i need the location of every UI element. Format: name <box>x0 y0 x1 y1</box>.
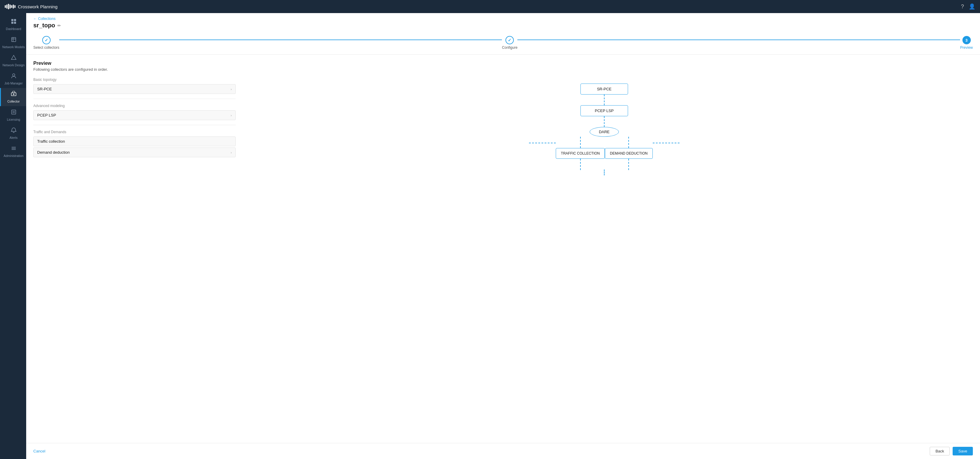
right-branch-top: DEMAND DEDUCTION <box>605 137 679 170</box>
administration-icon <box>11 145 17 153</box>
collector-label-pcep-lsp: PCEP LSP <box>37 113 56 118</box>
content-area: ← Collections sr_topo ✏ ✓ Select collect… <box>26 13 980 459</box>
sidebar-item-job-manager[interactable]: Job Manager <box>0 70 26 88</box>
sidebar-item-network-design[interactable]: Network Design <box>0 52 26 70</box>
flow-node-sr-pce: SR-PCE <box>581 84 628 95</box>
divider-2 <box>33 125 235 125</box>
back-button[interactable]: Back <box>930 447 950 456</box>
collector-item-traffic-collection[interactable]: Traffic collection <box>33 137 235 146</box>
left-vert-connector-bottom <box>580 159 581 170</box>
collector-label-sr-pce: SR-PCE <box>37 87 52 91</box>
page-body: Preview Following collectors are configu… <box>26 55 980 443</box>
svg-point-15 <box>13 74 15 76</box>
flow-node-demand-label: DEMAND DEDUCTION <box>610 151 648 156</box>
user-icon[interactable]: 👤 <box>969 3 975 10</box>
svg-rect-4 <box>11 5 13 8</box>
dashboard-icon <box>11 18 17 26</box>
sidebar-label-network-models: Network Models <box>2 45 25 49</box>
preview-subtitle: Following collectors are configured in o… <box>33 67 973 71</box>
step-label-1: Select collectors <box>33 46 59 50</box>
footer-right: Back Save <box>930 447 973 456</box>
page-footer: Cancel Back Save <box>26 443 980 459</box>
help-icon[interactable]: ? <box>961 3 964 10</box>
step-select-collectors: ✓ Select collectors <box>33 36 59 50</box>
collector-item-demand-deduction[interactable]: Demand deduction › <box>33 148 235 157</box>
svg-rect-3 <box>10 5 11 8</box>
job-manager-icon <box>11 73 17 80</box>
sidebar-label-network-design: Network Design <box>2 64 24 67</box>
flow-node-dare-label: DARE <box>599 130 609 134</box>
sidebar-item-network-models[interactable]: Network Models <box>0 33 26 52</box>
step-circle-3: 3 <box>963 36 971 44</box>
topbar-actions: ? 👤 <box>961 3 975 10</box>
svg-marker-14 <box>11 55 16 59</box>
page-title-row: sr_topo ✏ <box>33 22 973 29</box>
flow-node-sr-pce-label: SR-PCE <box>597 87 611 91</box>
sidebar-item-administration[interactable]: Administration <box>0 142 26 160</box>
app-logo: Crosswork Planning <box>5 4 57 9</box>
preview-section: Preview Following collectors are configu… <box>26 55 980 443</box>
collector-item-pcep-lsp[interactable]: PCEP LSP › <box>33 110 235 120</box>
step-line-1 <box>59 40 502 40</box>
topbar: Crosswork Planning ? 👤 <box>0 0 980 13</box>
svg-rect-1 <box>6 5 8 8</box>
step-line-2 <box>517 40 960 40</box>
step-preview: 3 Preview <box>960 36 973 50</box>
right-horizontal-line <box>653 143 679 143</box>
left-vert-connector <box>580 137 581 148</box>
left-branch-top: TRAFFIC COLLECTION <box>529 137 605 170</box>
sidebar-item-dashboard[interactable]: Dashboard <box>0 16 26 33</box>
step-configure: ✓ Configure <box>502 36 517 50</box>
right-column: SR-PCE PCEP LSP <box>235 78 973 175</box>
collector-group-advanced-modeling: Advanced modeling PCEP LSP › <box>33 104 235 120</box>
left-column: Basic topology SR-PCE › Advanced modelin… <box>33 78 235 175</box>
flow-node-pcep-lsp: PCEP LSP <box>581 105 628 116</box>
svg-rect-19 <box>11 110 16 114</box>
collector-icon <box>11 91 17 98</box>
edit-icon[interactable]: ✏ <box>57 23 61 28</box>
sidebar-label-collector: Collector <box>8 100 20 103</box>
app-name: Crosswork Planning <box>18 4 57 9</box>
right-vert-connector-bottom <box>628 159 629 170</box>
sidebar-label-job-manager: Job Manager <box>5 81 22 85</box>
step-number-3: 3 <box>966 38 967 43</box>
svg-rect-7 <box>11 19 13 21</box>
content-columns: Basic topology SR-PCE › Advanced modelin… <box>33 78 973 175</box>
sidebar: Dashboard Network Models Network Design … <box>0 13 26 459</box>
right-branch-vert: DEMAND DEDUCTION <box>605 137 653 170</box>
licensing-icon <box>11 109 17 116</box>
svg-rect-6 <box>14 5 16 8</box>
flow-node-traffic-label: TRAFFIC COLLECTION <box>561 151 600 156</box>
pcep-lsp-arrow: › <box>231 114 232 117</box>
breadcrumb-parent: Collections <box>38 17 56 21</box>
sidebar-item-collector[interactable]: Collector <box>0 88 26 106</box>
svg-rect-9 <box>11 22 13 24</box>
network-models-icon <box>11 37 17 44</box>
group-title-advanced-modeling: Advanced modeling <box>33 104 235 108</box>
sidebar-item-alerts[interactable]: Alerts <box>0 124 26 142</box>
flow-branches-container: TRAFFIC COLLECTION <box>529 137 679 170</box>
save-button[interactable]: Save <box>953 447 973 456</box>
preview-title: Preview <box>33 60 973 66</box>
collector-group-basic-topology: Basic topology SR-PCE › <box>33 78 235 94</box>
page-header: ← Collections sr_topo ✏ ✓ Select collect… <box>26 13 980 55</box>
sidebar-label-dashboard: Dashboard <box>6 27 21 31</box>
svg-rect-0 <box>5 5 6 8</box>
flow-node-demand-deduction: DEMAND DEDUCTION <box>605 148 653 159</box>
svg-rect-8 <box>14 19 16 21</box>
svg-rect-5 <box>13 5 14 8</box>
svg-rect-11 <box>11 37 16 41</box>
breadcrumb[interactable]: ← Collections <box>33 17 973 21</box>
sidebar-label-alerts: Alerts <box>10 136 18 140</box>
collector-item-sr-pce[interactable]: SR-PCE › <box>33 84 235 94</box>
cancel-button[interactable]: Cancel <box>33 447 45 455</box>
breadcrumb-arrow: ← <box>33 17 37 21</box>
collector-group-traffic-demands: Traffic and Demands Traffic collection D… <box>33 130 235 157</box>
flow-node-dare: DARE <box>590 127 619 137</box>
sidebar-item-licensing[interactable]: Licensing <box>0 106 26 124</box>
sr-pce-arrow: › <box>231 87 232 91</box>
flow-node-traffic-collection: TRAFFIC COLLECTION <box>556 148 605 159</box>
sidebar-label-administration: Administration <box>3 154 24 157</box>
flow-diagram: SR-PCE PCEP LSP <box>529 84 679 175</box>
step-circle-1: ✓ <box>42 36 51 44</box>
